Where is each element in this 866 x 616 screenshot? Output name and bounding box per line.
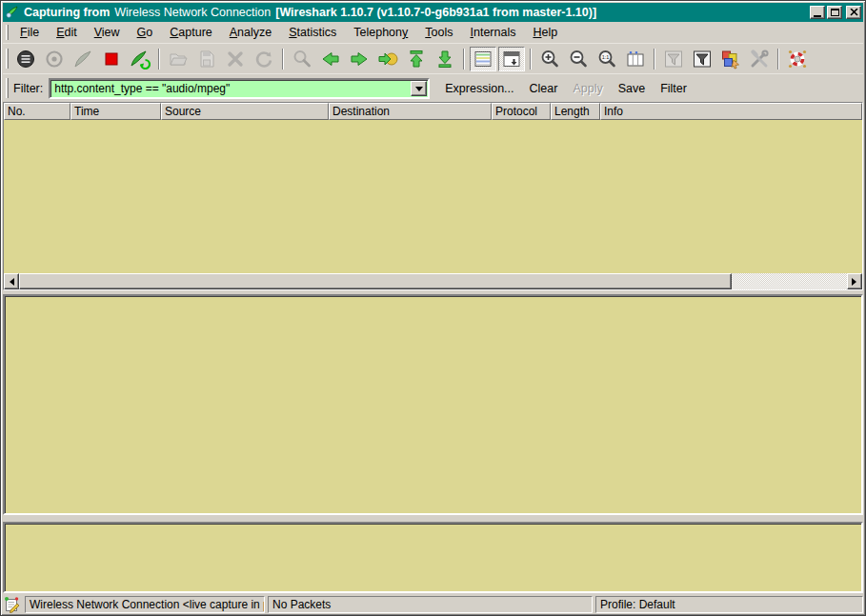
save-file-button[interactable]	[193, 47, 220, 71]
packet-list-header: No. Time Source Destination Protocol Len…	[4, 103, 862, 120]
menu-statistics[interactable]: Statistics	[280, 24, 345, 41]
toolbar-grip[interactable]	[6, 49, 9, 70]
column-header-destination[interactable]: Destination	[329, 103, 492, 120]
help-button[interactable]	[784, 47, 811, 71]
reload-button[interactable]	[251, 47, 277, 71]
preferences-button[interactable]	[746, 47, 773, 71]
capture-filters-icon	[663, 49, 684, 70]
column-header-time[interactable]: Time	[70, 103, 161, 120]
find-packet-button[interactable]	[289, 47, 315, 71]
save-button[interactable]: Save	[618, 82, 646, 95]
svg-text:1:1: 1:1	[602, 54, 610, 60]
menu-go[interactable]: Go	[129, 24, 162, 41]
filter-label[interactable]: Filter:	[13, 82, 43, 95]
zoom-100-button[interactable]: 1:1	[594, 47, 620, 71]
colorize-toggle-button[interactable]	[470, 47, 496, 71]
title-bar: Capturing fromWireless Network Connectio…	[3, 3, 863, 22]
menu-bar: File Edit View Go Capture Analyze Statis…	[3, 22, 863, 43]
restart-capture-icon	[130, 49, 151, 70]
filter-combo	[49, 78, 430, 99]
title-version: [Wireshark 1.10.7 (v1.10.7-0-g6b931a1 fr…	[275, 6, 596, 19]
scroll-left-button[interactable]	[4, 273, 19, 289]
coloring-rules-icon	[720, 49, 741, 70]
zoom-in-button[interactable]	[536, 47, 563, 71]
apply-button: Apply	[573, 82, 602, 95]
toolbar-separator	[463, 49, 465, 70]
filter-dropdown-button[interactable]	[411, 81, 427, 96]
coloring-rules-button[interactable]	[717, 47, 744, 71]
menu-view[interactable]: View	[86, 24, 129, 41]
packet-bytes-pane[interactable]	[3, 522, 863, 593]
packet-list-pane: No. Time Source Destination Protocol Len…	[3, 102, 863, 290]
start-capture-button[interactable]	[70, 47, 96, 71]
open-file-button[interactable]	[165, 47, 191, 71]
expert-info-button[interactable]	[3, 596, 22, 612]
column-header-no[interactable]: No.	[4, 103, 70, 120]
packet-details-pane[interactable]	[3, 294, 863, 515]
display-filters-button[interactable]	[689, 47, 715, 71]
go-to-top-button[interactable]	[403, 47, 430, 71]
horizontal-scrollbar[interactable]	[4, 273, 862, 289]
column-header-protocol[interactable]: Protocol	[492, 103, 551, 120]
go-to-bottom-button[interactable]	[432, 47, 458, 71]
close-icon	[850, 9, 858, 16]
scroll-right-button[interactable]	[847, 273, 862, 289]
go-back-button[interactable]	[317, 47, 344, 71]
packet-count-status: No Packets	[268, 596, 593, 613]
auto-scroll-icon	[501, 49, 522, 70]
zoom-out-button[interactable]	[565, 47, 592, 71]
stop-capture-button[interactable]	[98, 47, 125, 71]
close-file-icon	[225, 49, 246, 70]
arrow-right-icon	[852, 278, 860, 286]
colorize-icon	[473, 49, 493, 70]
menu-telephony[interactable]: Telephony	[345, 24, 416, 41]
zoom-in-icon	[539, 49, 560, 70]
menu-file[interactable]: File	[11, 24, 48, 41]
zoom-100-icon: 1:1	[596, 49, 617, 70]
find-packet-icon	[292, 49, 312, 70]
open-file-icon	[168, 49, 189, 70]
menu-capture[interactable]: Capture	[161, 24, 220, 41]
go-to-packet-button[interactable]	[374, 47, 401, 71]
auto-scroll-toggle-button[interactable]	[498, 47, 525, 71]
filter-toolbar: Filter: Expression... Clear Apply Save F…	[3, 73, 863, 102]
list-interfaces-button[interactable]	[12, 47, 39, 71]
start-capture-icon	[72, 49, 93, 70]
menu-edit[interactable]: Edit	[48, 24, 86, 41]
menu-tools[interactable]: Tools	[416, 24, 461, 41]
wireshark-logo-icon	[5, 5, 20, 20]
profile-status[interactable]: Profile: Default	[595, 596, 863, 613]
menu-help[interactable]: Help	[524, 24, 566, 41]
toolbar-separator	[654, 49, 655, 70]
filter-input[interactable]	[50, 80, 411, 97]
pane-splitter[interactable]	[3, 515, 863, 522]
column-header-source[interactable]: Source	[161, 103, 329, 120]
scrollbar-thumb[interactable]	[19, 273, 732, 289]
column-header-length[interactable]: Length	[551, 103, 600, 120]
stop-capture-icon	[101, 49, 122, 70]
menu-internals[interactable]: Internals	[461, 24, 524, 41]
packet-list-body[interactable]	[4, 120, 862, 273]
capture-options-button[interactable]	[41, 47, 68, 71]
restart-capture-button[interactable]	[127, 47, 153, 71]
menubar-grip[interactable]	[6, 25, 9, 39]
minimize-button[interactable]	[810, 6, 825, 19]
capture-filters-button[interactable]	[660, 47, 687, 71]
close-button[interactable]	[846, 6, 861, 19]
go-forward-button[interactable]	[346, 47, 373, 71]
maximize-button[interactable]	[827, 6, 842, 19]
clear-button[interactable]: Clear	[530, 82, 558, 95]
menu-analyze[interactable]: Analyze	[221, 24, 280, 41]
close-file-button[interactable]	[222, 47, 249, 71]
filterbar-grip[interactable]	[6, 78, 9, 97]
scrollbar-track[interactable]	[732, 273, 847, 289]
save-file-icon	[196, 49, 217, 70]
resize-columns-button[interactable]	[622, 47, 649, 71]
wireshark-window: Capturing fromWireless Network Connectio…	[0, 0, 866, 616]
reload-icon	[253, 49, 274, 70]
expression-button[interactable]: Expression...	[445, 82, 514, 95]
interface-status[interactable]: Wireless Network Connection <live captur…	[25, 596, 265, 613]
filter-button[interactable]: Filter	[660, 82, 687, 95]
column-header-info[interactable]: Info	[600, 103, 862, 120]
title-interface: Wireless Network Connection	[114, 6, 271, 19]
